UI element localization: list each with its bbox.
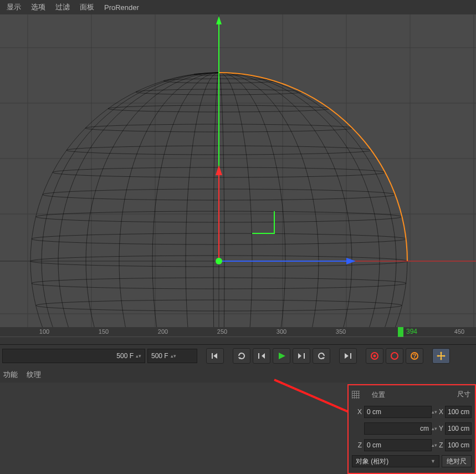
pos-y-input[interactable]: cm — [364, 422, 432, 435]
svg-point-46 — [391, 353, 398, 359]
coord-mode-dropdown[interactable]: 对象 (相对)▼ — [352, 455, 439, 467]
key-options-button[interactable]: ? — [406, 348, 423, 364]
menubar: 显示 选项 过滤 面板 ProRender — [0, 0, 476, 14]
pos-z-input[interactable]: 0 cm — [364, 439, 432, 451]
pos-x-input[interactable]: 0 cm — [364, 406, 432, 418]
size-y-input[interactable]: 100 cm — [445, 422, 472, 435]
next-key-button[interactable] — [293, 348, 310, 364]
frame-end-field[interactable]: 500 F▴▾ — [2, 349, 145, 363]
loop-forward-button[interactable] — [313, 348, 330, 364]
viewport-grid — [0, 14, 476, 327]
menu-display[interactable]: 显示 — [7, 2, 21, 12]
menu-options[interactable]: 选项 — [31, 2, 45, 12]
menu-filter[interactable]: 过滤 — [55, 2, 70, 12]
svg-marker-39 — [216, 165, 222, 175]
property-tabs: 功能 纹理 — [0, 367, 476, 383]
transport-bar: 500 F▴▾ 500 F▴▾ ? — [0, 345, 476, 367]
prev-key-button[interactable] — [253, 348, 270, 364]
goto-start-button[interactable] — [206, 348, 224, 364]
size-z-input[interactable]: 100 cm — [445, 439, 472, 451]
tab-texture[interactable]: 纹理 — [27, 370, 41, 380]
move-gizmo[interactable] — [216, 16, 356, 264]
size-label: 尺寸 — [457, 390, 470, 399]
position-label: 位置 — [372, 390, 385, 400]
timeline-playhead[interactable] — [398, 327, 403, 337]
viewport-3d[interactable] — [0, 14, 476, 327]
frame-current-field[interactable]: 500 F▴▾ — [147, 349, 197, 363]
svg-marker-41 — [346, 258, 356, 264]
goto-end-button[interactable] — [339, 348, 357, 364]
menu-prorender[interactable]: ProRender — [104, 3, 139, 12]
svg-point-42 — [216, 258, 222, 264]
record-button[interactable] — [366, 348, 383, 364]
svg-marker-37 — [216, 16, 222, 24]
size-x-input[interactable]: 100 cm — [445, 406, 472, 418]
svg-text:?: ? — [413, 353, 417, 359]
svg-point-45 — [373, 355, 376, 357]
timeline-current-frame: 394 — [406, 328, 417, 335]
absolute-size-button[interactable]: 绝对尺 — [442, 455, 472, 467]
timeline[interactable]: 100 150 200 250 300 350 450 394 — [0, 327, 476, 345]
play-button[interactable] — [273, 348, 290, 364]
grid-icon — [352, 391, 360, 399]
move-tool-button[interactable] — [432, 348, 450, 364]
tab-function[interactable]: 功能 — [3, 370, 18, 380]
autokey-button[interactable] — [386, 348, 403, 364]
loop-button[interactable] — [233, 348, 250, 364]
menu-panel[interactable]: 面板 — [80, 2, 94, 12]
coordinates-panel: 位置 尺寸 X 0 cm ▴▾ X 100 cm Y cm ▴▾ Y 100 c… — [347, 384, 476, 474]
